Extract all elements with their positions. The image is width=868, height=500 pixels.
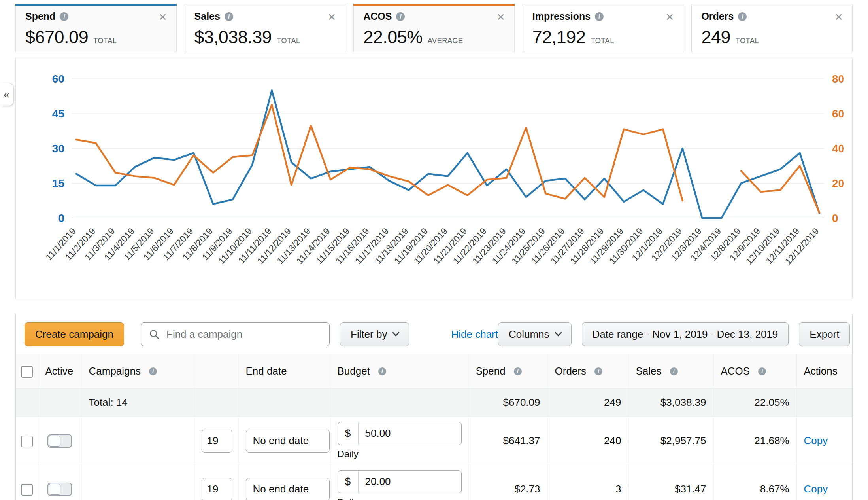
metric-card-accent-bar bbox=[15, 4, 177, 6]
column-header-label: Budget bbox=[338, 365, 370, 377]
metric-card-acos[interactable]: ACOS i × 22.05% AVERAGE bbox=[353, 4, 515, 52]
campaign-active-toggle[interactable] bbox=[47, 434, 72, 448]
metric-card-value: 22.05% bbox=[363, 27, 423, 47]
row-checkbox[interactable] bbox=[21, 436, 33, 447]
info-icon[interactable]: i bbox=[514, 367, 522, 375]
row-sales: $31.47 bbox=[675, 483, 706, 495]
table-row: 19No end date $ 20.00 Daily $2.733$31.47… bbox=[16, 465, 852, 500]
metric-card-label: ACOS bbox=[363, 11, 392, 22]
budget-type-label: Daily bbox=[338, 497, 462, 500]
end-date-input[interactable]: No end date bbox=[246, 478, 330, 500]
metric-card-value: 72,192 bbox=[532, 27, 586, 47]
collapse-sidebar-button[interactable]: « bbox=[0, 83, 13, 106]
select-all-header bbox=[16, 354, 38, 388]
filter-by-button[interactable]: Filter by bbox=[340, 322, 409, 346]
svg-text:80: 80 bbox=[832, 73, 844, 85]
metric-card-orders[interactable]: Orders i × 249 TOTAL bbox=[691, 4, 853, 52]
total-acos: 22.05% bbox=[754, 396, 789, 408]
campaign-table: Active Campaigns i End date Budget i Spe… bbox=[16, 354, 852, 500]
total-spend: $670.09 bbox=[503, 396, 540, 408]
svg-text:20: 20 bbox=[832, 177, 844, 189]
close-icon[interactable]: × bbox=[666, 12, 674, 21]
column-header-label: End date bbox=[246, 365, 287, 377]
create-campaign-button[interactable]: Create campaign bbox=[25, 322, 124, 346]
amazon-ads-campaign-manager: Spend i × $670.09 TOTAL Sales i × $3,038… bbox=[0, 4, 868, 500]
row-orders: 3 bbox=[615, 483, 621, 495]
select-all-checkbox[interactable] bbox=[21, 366, 33, 378]
column-header-budget: Budget i bbox=[330, 354, 468, 388]
column-header-label: Orders bbox=[555, 365, 586, 377]
search-icon bbox=[148, 328, 160, 340]
total-label: Total: 14 bbox=[89, 396, 128, 408]
end-date-input[interactable]: No end date bbox=[246, 430, 330, 453]
column-header-label: ACOS bbox=[721, 365, 750, 377]
campaign-search[interactable] bbox=[141, 322, 330, 346]
metric-card-spend[interactable]: Spend i × $670.09 TOTAL bbox=[15, 4, 177, 52]
close-icon[interactable]: × bbox=[328, 12, 336, 21]
info-icon[interactable]: i bbox=[149, 367, 157, 375]
column-header-acos: ACOS i bbox=[713, 354, 796, 388]
table-header-row: Active Campaigns i End date Budget i Spe… bbox=[16, 354, 852, 388]
metric-card-qualifier: AVERAGE bbox=[428, 37, 463, 45]
chevrons-left-icon: « bbox=[4, 89, 9, 101]
date-range-button[interactable]: Date range - Nov 1, 2019 - Dec 13, 2019 bbox=[582, 322, 789, 346]
columns-button[interactable]: Columns bbox=[498, 322, 572, 346]
hide-chart-link[interactable]: Hide chart bbox=[451, 328, 498, 341]
column-header-actions: Actions bbox=[796, 354, 852, 388]
info-icon[interactable]: i bbox=[670, 367, 678, 375]
metric-card-label: Spend bbox=[25, 11, 55, 22]
svg-text:0: 0 bbox=[58, 212, 64, 224]
svg-text:15: 15 bbox=[52, 177, 64, 189]
svg-text:40: 40 bbox=[832, 142, 844, 155]
budget-input[interactable]: $ 20.00 bbox=[338, 470, 462, 493]
info-icon[interactable]: i bbox=[225, 12, 233, 21]
column-header-label: Sales bbox=[636, 365, 662, 377]
toolbar-right-group: Columns Date range - Nov 1, 2019 - Dec 1… bbox=[498, 322, 850, 346]
metric-card-value: $670.09 bbox=[25, 27, 88, 47]
info-icon[interactable]: i bbox=[738, 12, 747, 21]
campaign-table-panel: Create campaign Filter by Hide chart Col… bbox=[15, 314, 853, 500]
start-date-input[interactable]: 19 bbox=[202, 478, 232, 500]
info-icon[interactable]: i bbox=[396, 12, 405, 21]
info-icon[interactable]: i bbox=[595, 12, 604, 21]
svg-text:60: 60 bbox=[52, 73, 64, 85]
svg-text:45: 45 bbox=[52, 108, 64, 120]
close-icon[interactable]: × bbox=[497, 12, 505, 21]
toolbar: Create campaign Filter by Hide chart Col… bbox=[16, 314, 852, 354]
column-header-active: Active bbox=[38, 354, 81, 388]
svg-text:60: 60 bbox=[832, 108, 844, 120]
start-date-input[interactable]: 19 bbox=[202, 430, 232, 453]
campaign-active-toggle[interactable] bbox=[47, 483, 72, 496]
budget-value: 50.00 bbox=[359, 427, 391, 439]
budget-input[interactable]: $ 50.00 bbox=[338, 422, 462, 445]
chevron-down-icon bbox=[392, 329, 400, 336]
copy-link[interactable]: Copy bbox=[804, 435, 828, 447]
info-icon[interactable]: i bbox=[758, 367, 766, 375]
row-spend: $641.37 bbox=[503, 435, 540, 447]
row-acos: 8.67% bbox=[760, 483, 789, 495]
metric-card-value: $3,038.39 bbox=[194, 27, 272, 47]
svg-text:30: 30 bbox=[52, 142, 64, 155]
column-header-spend: Spend i bbox=[468, 354, 547, 388]
columns-label: Columns bbox=[509, 328, 549, 341]
row-checkbox[interactable] bbox=[21, 484, 33, 496]
search-input[interactable] bbox=[166, 328, 322, 341]
info-icon[interactable]: i bbox=[378, 367, 386, 375]
table-row: 19No end date $ 50.00 Daily $641.37240$2… bbox=[16, 417, 852, 465]
export-button[interactable]: Export bbox=[799, 322, 850, 346]
column-header-orders: Orders i bbox=[547, 354, 628, 388]
metric-card-qualifier: TOTAL bbox=[591, 37, 614, 45]
metric-card-impressions[interactable]: Impressions i × 72,192 TOTAL bbox=[523, 4, 684, 52]
total-sales: $3,038.39 bbox=[660, 396, 706, 408]
metric-card-sales[interactable]: Sales i × $3,038.39 TOTAL bbox=[185, 4, 346, 52]
row-sales: $2,957.75 bbox=[660, 435, 706, 447]
metric-card-label: Sales bbox=[194, 11, 220, 22]
copy-link[interactable]: Copy bbox=[804, 483, 828, 495]
column-header-campaigns: Campaigns i bbox=[81, 354, 194, 388]
column-header-start-date bbox=[194, 354, 238, 388]
info-icon[interactable]: i bbox=[60, 12, 68, 21]
close-icon[interactable]: × bbox=[159, 12, 167, 21]
info-icon[interactable]: i bbox=[594, 367, 602, 375]
column-header-label: Campaigns bbox=[89, 365, 141, 377]
close-icon[interactable]: × bbox=[835, 12, 843, 21]
